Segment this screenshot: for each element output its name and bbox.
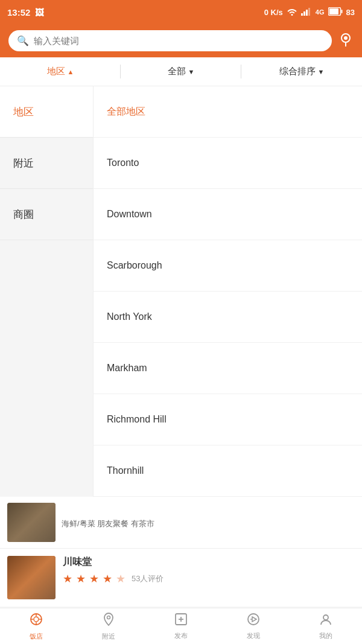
right-all-label: 全部地区 [107, 106, 145, 118]
all-arrow-down: ▼ [188, 68, 195, 75]
nav-label-publish: 发布 [174, 631, 188, 640]
left-menu: 地区 附近 商圈 [0, 86, 94, 497]
restaurant-card-name: 川味堂 [63, 556, 355, 569]
search-icon: 🔍 [17, 35, 29, 46]
svg-rect-5 [341, 10, 342, 13]
region-arrow-up: ▲ [68, 68, 74, 75]
nav-label-nearby: 附近 [102, 632, 115, 641]
battery-pct: 83 [346, 8, 355, 17]
review-count: 53人评价 [132, 573, 164, 584]
right-northyork-label: North York [107, 311, 152, 322]
nav-item-restaurant[interactable]: 饭店 [0, 608, 72, 644]
filter-region-label: 地区 [47, 66, 65, 77]
right-downtown-label: Downtown [107, 209, 152, 220]
publish-nav-icon [174, 613, 188, 630]
svg-rect-6 [329, 8, 338, 14]
svg-point-8 [344, 36, 348, 40]
restaurant-nav-icon [29, 612, 43, 630]
image-icon: 🖼 [35, 7, 44, 18]
left-district-label: 商圈 [13, 208, 34, 222]
battery-icon [328, 7, 343, 18]
restaurant-strip-info: 海鲜/粤菜 朋友聚餐 有茶市 [62, 516, 355, 529]
left-region-label: 地区 [13, 105, 34, 119]
star-5: ★ [116, 572, 125, 585]
right-item-scarborough[interactable]: Scarborough [94, 240, 362, 292]
right-item-richmondhill[interactable]: Richmond Hill [94, 394, 362, 445]
dropdown-panel: 地区 附近 商圈 全部地区 Toronto Downtown Scarborou… [0, 86, 362, 497]
mine-nav-icon [319, 613, 332, 630]
nav-item-mine[interactable]: 我的 [290, 608, 362, 644]
search-input[interactable] [34, 36, 323, 46]
filter-bar: 地区 ▲ 全部 ▼ 综合排序 ▼ [0, 57, 362, 86]
right-toronto-label: Toronto [107, 158, 139, 168]
svg-rect-1 [303, 11, 305, 16]
filter-region[interactable]: 地区 ▲ [0, 57, 121, 86]
star-1: ★ [63, 572, 72, 585]
search-input-wrap[interactable]: 🔍 [8, 30, 332, 51]
lte-label: 4G [316, 8, 325, 16]
nav-item-publish[interactable]: 发布 [145, 608, 217, 644]
nearby-nav-icon [102, 612, 115, 630]
restaurant-card-info: 川味堂 ★ ★ ★ ★ ★ 53人评价 [63, 556, 355, 599]
location-icon[interactable] [338, 31, 354, 51]
restaurant-strip-thumb [7, 503, 56, 542]
nav-label-restaurant: 饭店 [30, 632, 43, 641]
status-right: 0 K/s 4G 83 [264, 7, 355, 18]
right-item-markham[interactable]: Markham [94, 343, 362, 394]
restaurant-card-stars: ★ ★ ★ ★ ★ 53人评价 [63, 572, 355, 585]
left-item-region[interactable]: 地区 [0, 86, 93, 138]
restaurant-card-thumb [7, 556, 56, 599]
time: 13:52 [7, 7, 30, 18]
search-bar: 🔍 [0, 24, 362, 57]
filter-sort-label: 综合排序 [279, 66, 316, 77]
svg-point-16 [107, 616, 110, 619]
bottom-nav: 饭店 附近 发布 发现 [0, 608, 362, 644]
star-3: ★ [89, 572, 99, 585]
svg-point-11 [34, 617, 39, 622]
right-item-downtown[interactable]: Downtown [94, 189, 362, 240]
star-4: ★ [103, 572, 112, 585]
left-nearby-label: 附近 [13, 156, 34, 170]
nav-label-discover: 发现 [247, 631, 260, 640]
network-speed: 0 K/s [264, 8, 283, 17]
signal-icon [301, 7, 312, 18]
sort-arrow-down: ▼ [318, 68, 325, 75]
svg-rect-3 [308, 8, 310, 16]
right-item-all[interactable]: 全部地区 [94, 86, 362, 138]
right-markham-label: Markham [107, 363, 147, 374]
svg-marker-21 [252, 617, 256, 622]
filter-all[interactable]: 全部 ▼ [121, 57, 241, 86]
nav-label-mine: 我的 [319, 631, 332, 640]
wifi-icon [287, 7, 297, 18]
status-left: 13:52 🖼 [7, 7, 44, 18]
svg-rect-0 [301, 13, 303, 16]
svg-point-23 [323, 615, 328, 620]
right-item-northyork[interactable]: North York [94, 292, 362, 343]
status-bar: 13:52 🖼 0 K/s 4G 83 [0, 0, 362, 24]
svg-rect-2 [306, 10, 308, 16]
left-item-district[interactable]: 商圈 [0, 189, 93, 240]
right-item-toronto[interactable]: Toronto [94, 138, 362, 189]
left-item-nearby[interactable]: 附近 [0, 138, 93, 189]
nav-item-nearby[interactable]: 附近 [72, 608, 145, 644]
filter-all-label: 全部 [168, 66, 186, 77]
restaurant-card[interactable]: 川味堂 ★ ★ ★ ★ ★ 53人评价 [0, 549, 362, 607]
filter-sort[interactable]: 综合排序 ▼ [241, 57, 362, 86]
restaurant-strip[interactable]: 海鲜/粤菜 朋友聚餐 有茶市 [0, 497, 362, 549]
star-2: ★ [76, 572, 86, 585]
right-richmondhill-label: Richmond Hill [107, 414, 167, 425]
right-item-thornhill[interactable]: Thornhill [94, 445, 362, 497]
right-scarborough-label: Scarborough [107, 260, 162, 271]
right-menu: 全部地区 Toronto Downtown Scarborough North … [94, 86, 362, 497]
restaurant-strip-tags: 海鲜/粤菜 朋友聚餐 有茶市 [62, 518, 355, 529]
discover-nav-icon [247, 613, 260, 630]
nav-item-discover[interactable]: 发现 [217, 608, 290, 644]
right-thornhill-label: Thornhill [107, 465, 144, 476]
